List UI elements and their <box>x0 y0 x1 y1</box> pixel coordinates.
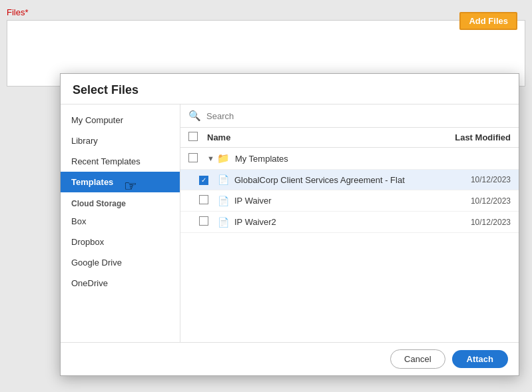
cancel-button[interactable]: Cancel <box>390 349 445 369</box>
folder-checkbox-col <box>188 153 207 164</box>
header-checkbox-col <box>188 132 207 143</box>
required-marker: * <box>25 7 28 17</box>
my-templates-checkbox[interactable] <box>188 153 198 162</box>
sidebar-item-recent-templates[interactable]: Recent Templates <box>61 151 180 172</box>
globalcorp-checkbox-col: ✓ <box>199 174 218 185</box>
modal-body: My Computer Library Recent Templates Tem… <box>61 104 519 342</box>
ip-waiver2-checkbox-col <box>199 216 218 228</box>
header-name-col: Name <box>207 132 444 142</box>
sidebar-item-box[interactable]: Box <box>61 211 180 232</box>
file-list: Name Last Modified ▼ 📁 My Templates <box>180 128 519 342</box>
add-files-button[interactable]: Add Files <box>459 12 517 30</box>
ip-waiver-filename: IP Waiver <box>234 196 444 206</box>
header-modified-col: Last Modified <box>444 132 511 142</box>
search-bar: 🔍 <box>180 104 519 128</box>
file-row-ip-waiver2[interactable]: 📄 IP Waiver2 10/12/2023 <box>180 212 519 233</box>
ip-waiver-checkbox[interactable] <box>199 195 208 204</box>
file-list-header: Name Last Modified <box>180 128 519 148</box>
file-row-ip-waiver[interactable]: 📄 IP Waiver 10/12/2023 <box>180 190 519 212</box>
ip-waiver2-filename: IP Waiver2 <box>234 217 444 227</box>
files-label: Files* <box>7 7 29 17</box>
attach-button[interactable]: Attach <box>452 350 508 368</box>
ip-waiver-modified: 10/12/2023 <box>444 196 511 206</box>
select-all-checkbox[interactable] <box>188 132 198 141</box>
file-icon-ip-waiver2: 📄 <box>218 217 229 228</box>
search-icon: 🔍 <box>188 110 201 122</box>
folder-icon: 📁 <box>217 152 230 164</box>
modal-title: Select Files <box>61 74 519 104</box>
search-input[interactable] <box>206 111 511 121</box>
select-files-modal: Select Files My Computer Library Recent … <box>60 73 519 376</box>
modal-footer: Cancel Attach <box>61 342 519 375</box>
folder-expand-icon[interactable]: ▼ <box>207 154 214 162</box>
globalcorp-modified: 10/12/2023 <box>444 175 511 184</box>
ip-waiver-checkbox-col <box>199 195 218 206</box>
folder-name: My Templates <box>235 154 444 164</box>
folder-row-my-templates[interactable]: ▼ 📁 My Templates <box>180 148 519 170</box>
file-icon-ip-waiver: 📄 <box>218 196 229 206</box>
sidebar-item-my-computer[interactable]: My Computer <box>61 110 180 130</box>
sidebar-item-dropbox[interactable]: Dropbox <box>61 232 180 252</box>
sidebar: My Computer Library Recent Templates Tem… <box>61 104 180 342</box>
ip-waiver2-modified: 10/12/2023 <box>444 218 511 227</box>
sidebar-item-onedrive[interactable]: OneDrive <box>61 273 180 294</box>
main-content: 🔍 Name Last Modified ▼ <box>180 104 519 342</box>
ip-waiver2-checkbox[interactable] <box>199 216 208 226</box>
globalcorp-filename: GlobalCorp Client Services Agreement - F… <box>234 175 444 185</box>
sidebar-item-library[interactable]: Library <box>61 130 180 151</box>
files-label-text: Files <box>7 7 25 17</box>
sidebar-item-google-drive[interactable]: Google Drive <box>61 252 180 273</box>
globalcorp-checkbox[interactable]: ✓ <box>199 176 208 185</box>
sidebar-item-templates[interactable]: Templates <box>61 172 180 192</box>
file-row-globalcorp[interactable]: ✓ 📄 GlobalCorp Client Services Agreement… <box>180 170 519 190</box>
file-icon-globalcorp: 📄 <box>218 174 229 185</box>
cloud-storage-header: Cloud Storage <box>61 192 180 211</box>
